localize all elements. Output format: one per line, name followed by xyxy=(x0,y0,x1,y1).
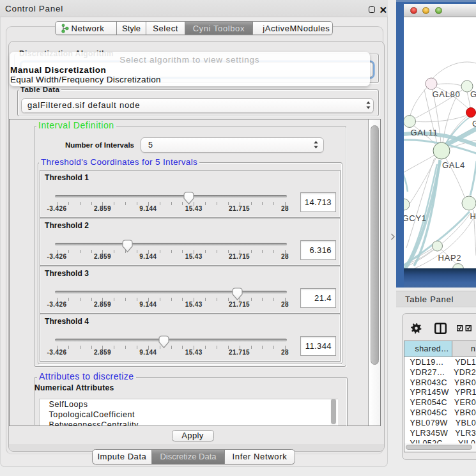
svg-text:G: G xyxy=(472,119,476,128)
svg-text:HAP2: HAP2 xyxy=(438,253,462,263)
svg-text:GA: GA xyxy=(470,89,476,99)
svg-text:H: H xyxy=(470,211,476,221)
svg-text:GAL4: GAL4 xyxy=(442,160,465,170)
svg-text:GAL80: GAL80 xyxy=(433,89,461,99)
svg-text:GCY1: GCY1 xyxy=(404,213,427,223)
svg-text:GAL11: GAL11 xyxy=(411,128,438,137)
